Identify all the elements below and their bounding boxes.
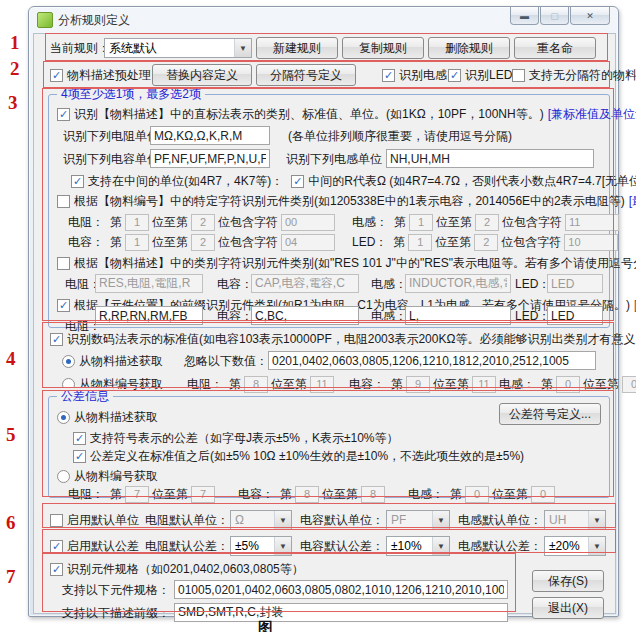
cap-default-tol-label: 电容默认公差：: [300, 538, 384, 555]
cap-units-input[interactable]: [150, 149, 270, 168]
middle-unit-checkbox[interactable]: 支持在中间的单位(如4R7，4K7等)：: [71, 173, 283, 190]
ignore-values-label: 忽略以下数值：: [184, 353, 268, 370]
ind-default-unit-select: UH ▼: [544, 510, 606, 530]
res-default-tol-select[interactable]: ±5% ▼: [230, 536, 292, 556]
minimize-button[interactable]: ▬: [510, 7, 539, 25]
cap-default-unit-select: PF ▼: [386, 510, 450, 530]
tol-symbol-row: 支持符号表示的公差（如字母J表示±5%，K表示±10%等）: [73, 428, 399, 448]
tol-from-desc-label: 从物料描述获取: [74, 409, 158, 426]
close-button[interactable]: ✕: [570, 7, 610, 25]
tol-from-partno-radio[interactable]: 从物料编号获取: [57, 468, 158, 485]
default-units-label: 启用默认单位: [67, 512, 139, 529]
opt-desc-checkbox[interactable]: 根据【物料描述】中的类别字符识别元件类别(如"RES 101 J"中的"RES"…: [57, 255, 636, 272]
field-label: 电阻：: [68, 486, 104, 503]
opt-partno-label: 根据【物料编号】中的特定字符识别元件类别(如1205338E中的1表示电容，20…: [74, 193, 625, 210]
opt-partno-checkbox[interactable]: 根据【物料编号】中的特定字符识别元件类别(如1205338E中的1表示电容，20…: [57, 193, 625, 210]
chevron-down-icon: ▼: [588, 511, 605, 529]
delete-rule-button[interactable]: 删除规则: [428, 37, 510, 59]
opt-direct-checkbox[interactable]: 识别【物料描述】中的直标法表示的类别、标准值、单位。(如1KΩ，10PF，100…: [57, 106, 544, 123]
window-title: 分析规则定义: [58, 12, 130, 29]
spec-checkbox[interactable]: 识别元件规格（如0201,0402,0603,0805等）: [50, 561, 304, 578]
refdes-ind-input[interactable]: [405, 306, 511, 325]
refdes-cap-input[interactable]: [251, 306, 359, 325]
screenshot-page: 分析规则定义 ▬ ▢ ✕ 当前规则： 系统默认 ▼ 新建规则 复制规则 删除规则…: [0, 0, 636, 632]
copy-rule-button[interactable]: 复制规则: [342, 37, 424, 59]
coded-from-desc-radio[interactable]: 从物料描述获取: [62, 353, 163, 370]
recognize-led-checkbox[interactable]: 识别LED: [448, 67, 512, 84]
spec-list-input[interactable]: [174, 580, 508, 599]
field-label: LED：: [352, 234, 387, 251]
coded-value-checkbox[interactable]: 识别数码法表示的标准值(如电容103表示10000PF，电阻2003表示200K…: [50, 331, 636, 348]
chevron-down-icon: ▼: [432, 537, 449, 555]
ind-default-tol-label-row: 电感默认公差：: [458, 536, 542, 556]
field-label: LED：: [515, 308, 550, 325]
current-rule-row: 当前规则：: [50, 38, 110, 58]
app-icon: [37, 12, 53, 28]
refdes-led-input[interactable]: [547, 306, 603, 325]
prefix-list-label: 支持以下描述前缀：: [62, 605, 170, 622]
ind-units-label: 识别下列电感单位：: [286, 151, 394, 168]
cap-default-tol-select[interactable]: ±10% ▼: [386, 536, 450, 556]
from-label: 第: [229, 376, 241, 393]
res-default-unit-label-row: 电阻默认单位：: [145, 510, 229, 530]
preprocess-checkbox[interactable]: 物料描述预处理: [50, 67, 151, 84]
contains-label: 位包含字符: [218, 234, 278, 251]
refdes-res-input[interactable]: [95, 306, 203, 325]
close-icon: ✕: [586, 11, 594, 21]
annotation-number-7: 7: [6, 566, 16, 588]
from-label: 第: [110, 214, 122, 231]
chevron-down-icon: ▼: [234, 39, 251, 57]
tol-symbol-checkbox[interactable]: 支持符号表示的公差（如字母J表示±5%，K表示±10%等）: [73, 430, 399, 447]
window-controls: ▬ ▢ ✕: [509, 7, 610, 25]
to-box: 8: [361, 486, 385, 503]
prefix-list-input[interactable]: [174, 603, 508, 622]
prefix-list-label-row: 支持以下描述前缀：: [62, 603, 170, 623]
from-box: 1: [125, 234, 149, 251]
field-label: 电容：: [217, 308, 253, 325]
save-button[interactable]: 保存(S): [532, 570, 604, 592]
to-label: 位至第: [322, 486, 358, 503]
rule-select[interactable]: 系统默认 ▼: [104, 38, 252, 58]
preprocess-label: 物料描述预处理: [67, 67, 151, 84]
to-label: 位至第: [152, 486, 188, 503]
annotation-number-5: 5: [6, 424, 16, 446]
radio-icon: [57, 470, 70, 483]
checkbox-icon: [57, 257, 70, 270]
ind-default-unit-label: 电感默认单位：: [458, 512, 542, 529]
exit-button[interactable]: 退出(X): [532, 597, 604, 619]
to-label: 位至第: [435, 234, 471, 251]
tolerance-symbols-button[interactable]: 公差符号定义...: [499, 403, 601, 425]
recognize-inductor-row: 识别电感: [382, 65, 447, 85]
ind-units-row: 识别下列电感单位：: [286, 149, 394, 169]
from-label: 第: [541, 376, 553, 393]
tol-after-checkbox[interactable]: 公差定义在标准值之后(如±5% 10Ω ±10%生效的是±10%，不选此项生效的…: [73, 448, 524, 465]
ind-default-tol-label: 电感默认公差：: [458, 538, 542, 555]
coded-from-desc-label: 从物料描述获取: [79, 353, 163, 370]
ind-units-input[interactable]: [386, 149, 594, 168]
r-means-ohm-checkbox[interactable]: 中间的R代表Ω (如4R7=4.7Ω，否则代表小数点4R7=4.7[无单位])。: [291, 173, 636, 190]
default-tol-checkbox[interactable]: 启用默认公差: [50, 538, 139, 555]
recognize-inductor-checkbox[interactable]: 识别电感: [382, 67, 447, 84]
contains-label: 位包含字符: [502, 214, 562, 231]
annotation-number-2: 2: [10, 58, 20, 80]
spec-label: 识别元件规格（如0201,0402,0603,0805等）: [67, 561, 304, 578]
res-units-input[interactable]: [150, 126, 270, 145]
rename-rule-button[interactable]: 重名命: [514, 37, 596, 59]
new-rule-button[interactable]: 新建规则: [256, 37, 338, 59]
spec-list-label-row: 支持以下元件规格：: [62, 580, 170, 600]
spec-list-label: 支持以下元件规格：: [62, 582, 170, 599]
separator-define-button[interactable]: 分隔符号定义: [256, 64, 356, 86]
field-label: 电感：: [408, 486, 444, 503]
preprocess-row: 物料描述预处理: [50, 65, 151, 85]
units-hint-text: (各单位排列顺序很重要，请使用逗号分隔): [288, 128, 512, 145]
from-label: 第: [450, 486, 462, 503]
ignore-values-input[interactable]: [268, 351, 596, 370]
no-separator-checkbox[interactable]: 支持无分隔符的物料描述: [512, 67, 636, 84]
default-units-checkbox[interactable]: 启用默认单位: [50, 512, 139, 529]
ind-default-tol-select[interactable]: ±20% ▼: [544, 536, 606, 556]
from-label: 第: [110, 234, 122, 251]
opt-partno-tag: [最准确]: [629, 193, 636, 210]
to-label: 位至第: [152, 214, 188, 231]
replace-content-button[interactable]: 替换内容定义: [152, 64, 252, 86]
tol-from-desc-radio[interactable]: 从物料描述获取: [57, 409, 158, 426]
